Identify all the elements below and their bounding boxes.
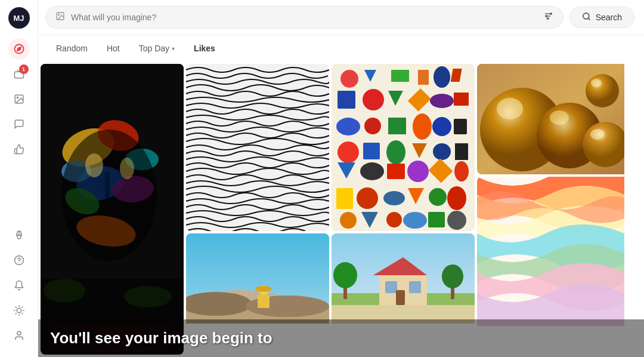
sidebar-item-gallery[interactable]: [8, 88, 30, 110]
image-geometric-shapes[interactable]: [332, 64, 475, 231]
caption-overlay: You'll see your image begin to: [38, 319, 644, 357]
svg-rect-85: [336, 188, 353, 209]
sidebar-item-profile[interactable]: [8, 325, 30, 346]
main-content: Search Random Hot Top Day ▾ Likes: [38, 0, 644, 357]
avatar[interactable]: MJ: [8, 7, 30, 29]
svg-point-111: [497, 98, 523, 119]
svg-point-53: [255, 286, 272, 292]
svg-rect-95: [428, 212, 445, 227]
svg-point-44: [124, 286, 172, 307]
svg-point-9: [17, 308, 21, 313]
nav-tabs: Random Hot Top Day ▾ Likes: [38, 35, 644, 61]
svg-point-43: [44, 279, 85, 303]
sidebar-item-help[interactable]: [8, 250, 30, 271]
search-icon: [582, 12, 591, 23]
svg-point-40: [120, 158, 134, 179]
notification-badge-count: 1: [19, 64, 29, 74]
svg-rect-52: [258, 295, 270, 308]
svg-rect-102: [385, 281, 397, 293]
caption-text: You'll see your image begin to: [50, 329, 273, 347]
svg-rect-66: [454, 93, 469, 106]
svg-point-80: [360, 162, 384, 180]
sidebar-item-lab[interactable]: [8, 224, 30, 246]
search-button[interactable]: Search: [569, 7, 634, 28]
svg-rect-104: [396, 290, 405, 305]
tab-top-day[interactable]: Top Day ▾: [131, 40, 183, 57]
tab-hot[interactable]: Hot: [98, 40, 128, 57]
svg-rect-78: [455, 143, 468, 160]
grid-column-2: [186, 64, 329, 355]
svg-point-82: [407, 161, 429, 182]
image-icon: [55, 11, 65, 23]
tab-random[interactable]: Random: [48, 40, 96, 57]
svg-point-108: [442, 264, 463, 288]
svg-line-12: [16, 307, 16, 307]
svg-rect-72: [454, 119, 467, 134]
svg-point-87: [383, 191, 405, 205]
svg-point-96: [447, 211, 466, 230]
svg-point-106: [333, 262, 357, 288]
svg-point-55: [340, 70, 358, 88]
header: Search: [38, 0, 644, 35]
svg-point-94: [403, 212, 427, 229]
svg-line-13: [21, 313, 22, 314]
sidebar-item-like[interactable]: [8, 139, 30, 160]
svg-point-117: [591, 79, 602, 87]
svg-line-28: [588, 18, 590, 20]
image-painted-face[interactable]: [41, 64, 184, 355]
sidebar: MJ 1: [0, 0, 38, 357]
grid-column-4: [477, 64, 642, 355]
svg-point-5: [17, 235, 21, 239]
svg-rect-77: [433, 143, 451, 160]
svg-point-20: [58, 14, 60, 16]
svg-point-39: [85, 153, 103, 177]
svg-point-70: [413, 113, 432, 140]
svg-point-62: [363, 89, 384, 110]
svg-point-84: [454, 161, 469, 181]
svg-rect-41: [105, 171, 110, 201]
svg-point-59: [434, 66, 450, 88]
image-metallic-spheres[interactable]: [477, 64, 642, 174]
svg-rect-61: [338, 91, 355, 109]
svg-point-26: [547, 18, 549, 20]
svg-point-116: [586, 74, 619, 107]
svg-point-4: [17, 97, 18, 98]
sidebar-item-chat[interactable]: [8, 113, 30, 135]
svg-point-115: [590, 129, 605, 140]
sidebar-item-bell[interactable]: [8, 275, 30, 296]
svg-rect-74: [363, 143, 380, 159]
svg-point-113: [550, 110, 569, 125]
svg-point-24: [550, 13, 552, 15]
svg-marker-1: [17, 47, 20, 51]
tab-likes[interactable]: Likes: [185, 40, 224, 57]
svg-rect-58: [418, 70, 429, 85]
svg-rect-103: [409, 281, 421, 293]
svg-point-75: [386, 140, 405, 164]
filter-icon[interactable]: [544, 11, 553, 23]
image-grid: You'll see your image begin to: [38, 61, 644, 357]
svg-point-67: [336, 118, 360, 136]
grid-column-1: [41, 64, 184, 355]
image-wavy-lines[interactable]: [186, 64, 329, 231]
search-input[interactable]: [71, 13, 538, 22]
chevron-down-icon: ▾: [172, 45, 175, 52]
grid-column-3: [332, 64, 475, 355]
svg-rect-89: [429, 188, 447, 206]
svg-marker-69: [388, 118, 406, 134]
svg-line-16: [16, 313, 16, 314]
svg-marker-57: [391, 70, 409, 82]
svg-point-73: [338, 141, 359, 163]
svg-point-91: [340, 212, 357, 229]
sidebar-item-appearance[interactable]: [8, 300, 30, 321]
svg-point-90: [447, 186, 466, 210]
svg-rect-93: [386, 212, 402, 227]
svg-point-71: [432, 117, 451, 136]
search-bar[interactable]: [45, 6, 564, 29]
search-button-label: Search: [596, 13, 622, 22]
svg-rect-68: [364, 118, 381, 134]
sidebar-item-notification[interactable]: 1: [8, 63, 30, 85]
svg-point-86: [357, 187, 378, 209]
svg-line-17: [21, 307, 22, 307]
sidebar-item-explore[interactable]: [8, 38, 30, 60]
svg-point-65: [430, 94, 454, 108]
